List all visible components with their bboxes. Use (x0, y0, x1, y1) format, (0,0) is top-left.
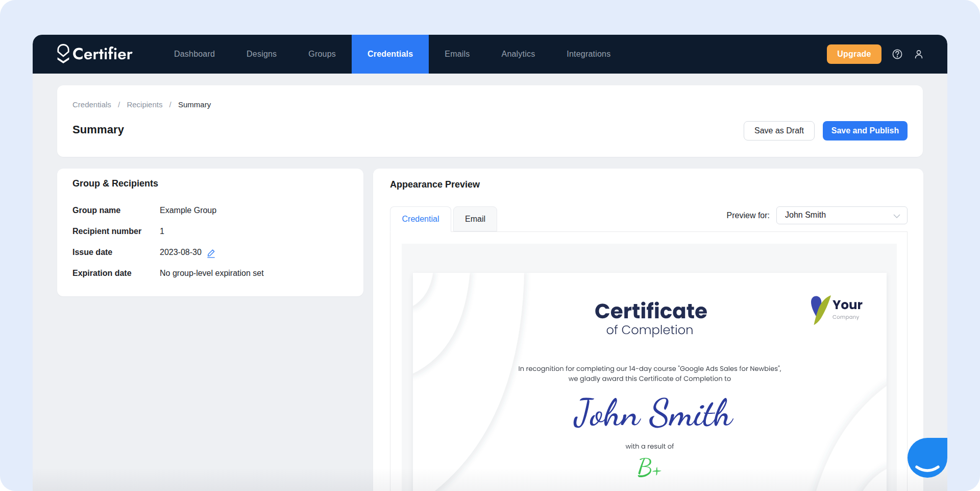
detail-value: Example Group (160, 206, 216, 215)
group-recipients-card: Group & Recipients Group nameExample Gro… (57, 169, 363, 296)
top-navbar: DashboardDesignsGroupsCredentialsEmailsA… (33, 35, 947, 74)
breadcrumb: Credentials / Recipients / Summary (72, 100, 211, 109)
certificate-artwork (413, 273, 887, 491)
upgrade-button[interactable]: Upgrade (827, 44, 881, 64)
nav-item-groups[interactable]: Groups (292, 35, 352, 74)
nav-item-emails[interactable]: Emails (429, 35, 485, 74)
appearance-preview-title: Appearance Preview (390, 179, 480, 190)
detail-row: Group nameExample Group (72, 206, 348, 216)
nav-menu: DashboardDesignsGroupsCredentialsEmailsA… (158, 35, 626, 74)
chat-smile-icon (915, 465, 940, 475)
preview-for-select[interactable]: John Smith (776, 206, 908, 224)
certifier-logotype (72, 43, 134, 65)
detail-label: Expiration date (72, 269, 132, 278)
tab-email[interactable]: Email (453, 206, 497, 231)
certificate-preview: Certificateof Completion In recognition … (413, 273, 887, 491)
breadcrumb-credentials[interactable]: Credentials (72, 100, 111, 109)
nav-item-credentials[interactable]: Credentials (352, 35, 429, 74)
save-as-draft-button[interactable]: Save as Draft (744, 121, 815, 141)
company-logo-mark (811, 295, 831, 325)
user-icon[interactable] (914, 49, 924, 59)
company-logo-subtext (832, 315, 859, 320)
certificate-body-line1-text (519, 366, 781, 373)
group-recipients-title: Group & Recipients (72, 178, 158, 189)
tab-credential[interactable]: Credential (390, 206, 451, 232)
certificate-body-line2-text (569, 376, 731, 383)
detail-value: No group-level expiration set (160, 269, 264, 278)
preview-for-control: Preview for: John Smith (727, 206, 908, 224)
chat-widget-button[interactable] (908, 438, 947, 478)
app-window: DashboardDesignsGroupsCredentialsEmailsA… (33, 35, 947, 491)
nav-item-integrations[interactable]: Integrations (551, 35, 626, 74)
page: DashboardDesignsGroupsCredentialsEmailsA… (0, 0, 980, 491)
detail-label: Issue date (72, 248, 112, 257)
certificate-result-value-text (638, 458, 662, 477)
save-and-publish-button[interactable]: Save and Publish (823, 121, 908, 141)
certificate-recipient-name-text (574, 398, 734, 428)
certificate-title-text (595, 302, 707, 319)
company-logo-text (832, 300, 862, 309)
detail-row: Recipient number1 (72, 227, 348, 237)
edit-icon[interactable] (206, 248, 216, 258)
detail-value: 1 (160, 227, 164, 236)
breadcrumb-separator: / (169, 100, 172, 109)
nav-item-designs[interactable]: Designs (231, 35, 292, 74)
detail-value: 2023-08-30 (160, 248, 202, 257)
breadcrumb-separator: / (118, 100, 120, 109)
breadcrumb-summary: Summary (178, 100, 211, 109)
help-icon[interactable] (892, 49, 902, 59)
certificate-subtitle-text (607, 325, 693, 338)
certificate-result-label-text (626, 443, 674, 449)
chevron-down-icon (893, 214, 900, 218)
nav-item-dashboard[interactable]: Dashboard (158, 35, 231, 74)
breadcrumb-recipients[interactable]: Recipients (127, 100, 162, 109)
page-header-card: Credentials / Recipients / Summary Summa… (57, 85, 923, 157)
nav-item-analytics[interactable]: Analytics (486, 35, 551, 74)
certificate-preview-background: Certificateof Completion In recognition … (402, 244, 897, 491)
certifier-logo[interactable] (56, 43, 133, 65)
detail-label: Group name (72, 206, 120, 215)
detail-label: Recipient number (72, 227, 141, 236)
page-title: Summary (72, 123, 124, 136)
preview-for-value: John Smith (785, 211, 826, 220)
certifier-logo-icon (56, 44, 70, 63)
detail-row: Expiration dateNo group-level expiration… (72, 269, 348, 279)
preview-for-label: Preview for: (727, 211, 770, 220)
credential-preview-panel: Certificateof Completion In recognition … (390, 231, 908, 491)
appearance-preview-card: Appearance Preview Credential Email Prev… (373, 169, 923, 491)
detail-row: Issue date2023-08-30 (72, 248, 348, 258)
